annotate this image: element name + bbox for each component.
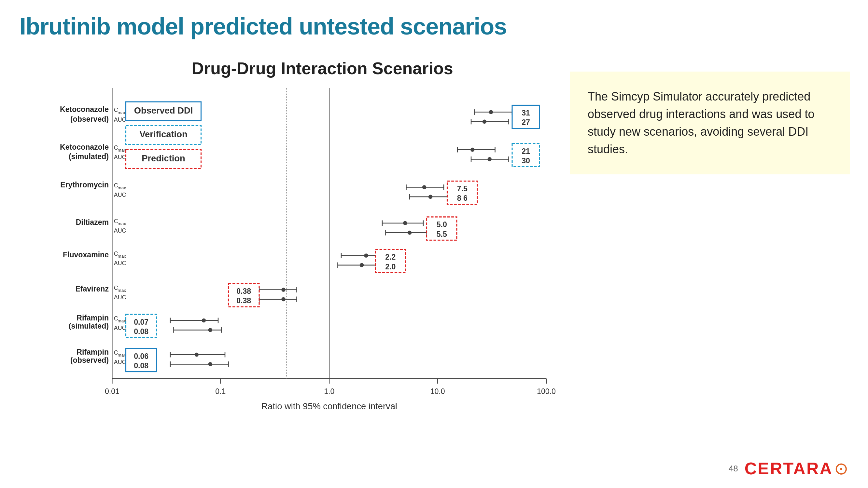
svg-text:Ratio with 95% confidence inte: Ratio with 95% confidence interval — [261, 401, 397, 411]
chart-title: Drug-Drug Interaction Scenarios — [13, 59, 566, 78]
svg-text:AUC: AUC — [114, 260, 126, 266]
svg-text:5.5: 5.5 — [437, 230, 447, 238]
svg-text:0.07: 0.07 — [134, 318, 149, 326]
svg-point-124 — [208, 328, 213, 332]
page-title: Ibrutinib model predicted untested scena… — [20, 13, 506, 40]
svg-text:21: 21 — [522, 147, 530, 156]
svg-text:max: max — [118, 254, 126, 259]
svg-text:Efavirenz: Efavirenz — [75, 285, 109, 293]
svg-text:0.38: 0.38 — [236, 297, 251, 305]
svg-text:AUC: AUC — [114, 294, 126, 301]
svg-point-102 — [360, 263, 364, 267]
svg-text:30: 30 — [522, 157, 530, 165]
svg-point-69 — [487, 157, 492, 161]
svg-text:0.1: 0.1 — [215, 387, 226, 396]
svg-text:2.0: 2.0 — [385, 263, 396, 271]
svg-point-109 — [281, 288, 285, 292]
svg-text:8 6: 8 6 — [457, 194, 468, 203]
svg-point-58 — [483, 120, 487, 124]
svg-text:Diltiazem: Diltiazem — [76, 218, 109, 226]
svg-text:(simulated): (simulated) — [69, 322, 109, 330]
svg-text:0.01: 0.01 — [105, 387, 120, 396]
page-number: 48 — [728, 464, 738, 474]
svg-text:max: max — [118, 353, 126, 358]
certara-logo: CERTARA ⊙ — [745, 459, 848, 478]
svg-point-113 — [281, 297, 285, 301]
svg-point-91 — [408, 231, 412, 235]
svg-text:AUC: AUC — [114, 227, 126, 234]
svg-point-135 — [208, 362, 213, 366]
svg-text:Ketoconazole: Ketoconazole — [60, 143, 109, 151]
svg-text:Rifampin: Rifampin — [76, 314, 109, 322]
svg-point-87 — [403, 221, 407, 225]
svg-text:Verification: Verification — [140, 129, 187, 139]
svg-text:max: max — [118, 148, 126, 153]
svg-text:(observed): (observed) — [70, 356, 109, 364]
svg-text:0.06: 0.06 — [134, 352, 149, 360]
info-box-text: The Simcyp Simulator accurately predicte… — [588, 90, 814, 156]
svg-text:AUC: AUC — [114, 325, 126, 331]
svg-text:max: max — [118, 319, 126, 323]
certara-logo-circle: ⊙ — [834, 459, 848, 478]
svg-text:0.08: 0.08 — [134, 327, 149, 336]
svg-text:2.2: 2.2 — [385, 253, 396, 261]
svg-text:10.0: 10.0 — [430, 387, 445, 396]
svg-point-65 — [470, 148, 475, 152]
svg-text:Observed DDI: Observed DDI — [134, 105, 193, 116]
footer: 48 CERTARA ⊙ — [728, 459, 848, 478]
svg-text:31: 31 — [522, 109, 530, 117]
chart-svg: 0.01 0.1 1.0 10.0 100.0 Ratio with 95% c… — [13, 82, 560, 423]
svg-text:(observed): (observed) — [70, 115, 109, 123]
svg-text:1.0: 1.0 — [324, 387, 334, 396]
svg-text:max: max — [118, 110, 126, 115]
svg-point-120 — [202, 319, 206, 323]
certara-logo-text: CERTARA — [745, 459, 833, 478]
svg-point-54 — [489, 110, 493, 114]
svg-text:27: 27 — [522, 118, 530, 127]
svg-text:(simulated): (simulated) — [69, 152, 109, 161]
svg-text:0.08: 0.08 — [134, 361, 149, 370]
svg-point-80 — [429, 195, 433, 199]
svg-text:max: max — [118, 288, 126, 293]
info-box: The Simcyp Simulator accurately predicte… — [570, 72, 850, 174]
svg-text:Prediction: Prediction — [142, 153, 185, 163]
svg-text:5.0: 5.0 — [437, 220, 447, 229]
chart-area: Drug-Drug Interaction Scenarios 0.01 0.1… — [13, 59, 566, 449]
svg-point-131 — [195, 353, 199, 357]
svg-text:max: max — [118, 186, 126, 190]
svg-text:Rifampin: Rifampin — [76, 348, 109, 356]
svg-text:Ketoconazole: Ketoconazole — [60, 105, 109, 114]
svg-text:0.38: 0.38 — [236, 287, 251, 295]
svg-text:Fluvoxamine: Fluvoxamine — [63, 251, 109, 259]
svg-point-98 — [364, 254, 368, 258]
svg-point-76 — [422, 185, 427, 189]
svg-text:max: max — [118, 221, 126, 226]
svg-text:7.5: 7.5 — [457, 185, 468, 193]
svg-text:AUC: AUC — [114, 192, 126, 198]
svg-text:100.0: 100.0 — [537, 387, 556, 396]
svg-text:AUC: AUC — [114, 359, 126, 365]
svg-text:Erythromycin: Erythromycin — [60, 181, 109, 189]
svg-text:AUC: AUC — [114, 154, 126, 160]
svg-text:AUC: AUC — [114, 117, 126, 123]
